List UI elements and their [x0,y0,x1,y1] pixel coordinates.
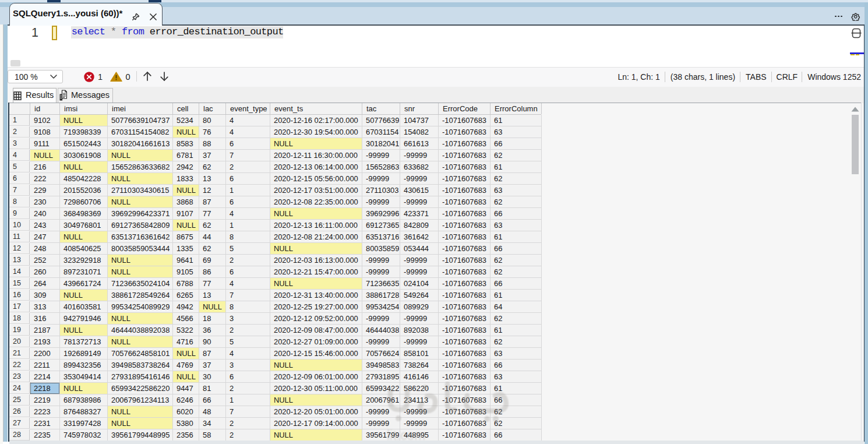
svg-text:lit.com: lit.com [387,428,425,443]
